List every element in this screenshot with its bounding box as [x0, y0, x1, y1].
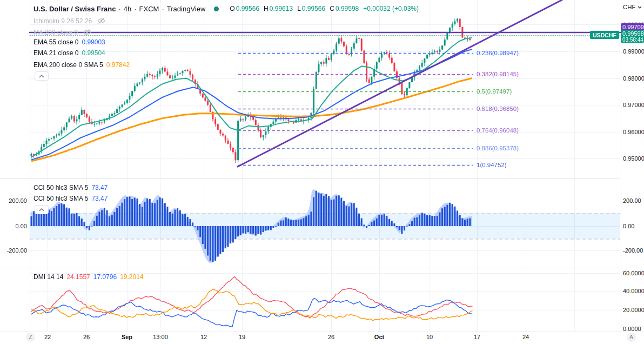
indicator-value: 73.47 [91, 195, 108, 202]
last-price-badge: 0.99598 03:58:44 [621, 30, 644, 43]
indicator-label: EMA 200 close 0 SMA 5 [33, 61, 103, 69]
legend-row-ichimoku[interactable]: Ichimoku 9 26 52 26 [33, 17, 105, 25]
indicator-value: 0.97842 [106, 61, 130, 69]
indicator-value: 0.99504 [82, 49, 105, 57]
dmi-minus-di-value: 19.2014 [120, 273, 143, 281]
ohlc-values: O0.99566 H0.99613 L0.99566 C0.99598 +0.0… [226, 5, 419, 12]
last-price-text: 0.99598 [622, 31, 644, 37]
dmi-adx-value: 24.1557 [66, 273, 90, 281]
change-value: +0.00032 (+0.03%) [363, 5, 419, 12]
market-status-dot-icon [214, 6, 219, 11]
symbol-price-label: USDCHF [590, 31, 619, 39]
indicator-label: CCI 50 hlc3 SMA 5 [33, 184, 88, 191]
legend-row-cci-1[interactable]: CCI 50 hlc3 SMA 5 73.47 [33, 184, 108, 191]
eye-hidden-icon[interactable] [97, 17, 105, 25]
interval-label[interactable]: 4h [124, 5, 131, 13]
legend-row-dmi[interactable]: DMI 14 14 24.1557 17.0796 19.2014 [33, 273, 144, 281]
adjust-button[interactable]: A [627, 333, 636, 342]
fib-level-label: 0.5(0.97497) [477, 88, 512, 95]
indicator-label: Ichimoku 9 26 52 26 [33, 17, 92, 25]
fib-level-label: 0.382(0.98145) [477, 71, 519, 77]
indicator-label: EMA 55 close 0 [33, 38, 78, 46]
chevron-down-icon [638, 6, 642, 9]
collapse-legend-button[interactable] [35, 71, 49, 81]
separator: · [118, 5, 120, 13]
countdown-timer: 03:58:44 [622, 37, 643, 43]
timezone-button[interactable]: Z [26, 333, 35, 342]
dmi-plus-di-value: 17.0796 [93, 273, 117, 281]
cci-axis-tick-right: 200.00 [623, 197, 641, 204]
open-label: O [230, 5, 234, 12]
cci-axis-tick-left: 0.00 [4, 223, 27, 229]
price-axis-tick: 0.96000 [623, 129, 644, 135]
close-value: 0.99598 [336, 5, 359, 12]
timezone-label: Z [29, 334, 32, 340]
dmi-axis-tick: 20.0000 [623, 307, 644, 313]
time-axis-tick: 24 [522, 334, 529, 340]
low-label: L [297, 5, 301, 12]
separator: · [134, 5, 136, 13]
legend-row-ma200[interactable]: MA 200 close 0 [33, 28, 91, 36]
close-label: C [330, 5, 334, 12]
chart-legend-header[interactable]: U.S. Dollar / Swiss Franc · 4h · FXCM · … [33, 3, 419, 14]
hline-price-text: 0.99709 [622, 24, 644, 30]
fib-level-label: 0.236(0.98947) [477, 50, 519, 56]
fib-level-label: 1(0.94752) [477, 162, 507, 168]
separator: · [162, 5, 164, 13]
low-value: 0.99566 [302, 5, 325, 12]
indicator-label: EMA 21 close 0 [33, 49, 78, 57]
hline-price-badge: 0.99709 [621, 23, 644, 31]
symbol-title[interactable]: U.S. Dollar / Swiss Franc [33, 5, 116, 13]
fib-level-label: 0.886(0.95378) [477, 145, 519, 151]
dmi-axis-tick: 40.0000 [623, 288, 644, 294]
time-axis-tick: 22 [44, 334, 51, 340]
eye-hidden-icon[interactable] [83, 28, 91, 36]
time-axis-tick: Sep [122, 334, 132, 340]
time-axis-tick: 26 [83, 334, 90, 340]
legend-row-cci-2[interactable]: CCI 50 hlc3 SMA 5 73.47 [33, 195, 108, 202]
legend-row-ema55[interactable]: EMA 55 close 0 0.99003 [33, 38, 105, 46]
high-value: 0.99613 [270, 5, 293, 12]
platform-label: TradingView [167, 5, 206, 13]
currency-label: CHF [623, 4, 636, 10]
time-axis-tick: Oct [374, 334, 384, 340]
tradingview-chart-window: U.S. Dollar / Swiss Franc · 4h · FXCM · … [0, 0, 644, 344]
legend-row-ema200[interactable]: EMA 200 close 0 SMA 5 0.97842 [33, 61, 130, 69]
cci-axis-tick-right: 0.00 [623, 223, 634, 229]
collapse-cci-button[interactable] [35, 205, 49, 214]
time-axis-tick: 13:00 [153, 334, 168, 340]
time-axis-tick: 19 [239, 334, 245, 340]
indicator-label: DMI 14 14 [33, 273, 63, 281]
price-axis-tick: 0.97000 [623, 102, 644, 108]
indicator-value: 73.47 [91, 184, 108, 191]
time-axis-tick: 26 [328, 334, 334, 340]
indicator-label: MA 200 close 0 [33, 29, 78, 36]
indicator-value: 0.99003 [82, 38, 105, 46]
legend-row-ema21[interactable]: EMA 21 close 0 0.99504 [33, 49, 105, 57]
high-label: H [264, 5, 269, 12]
symbol-badge-text: USDCHF [593, 32, 616, 38]
time-axis[interactable] [0, 332, 644, 344]
currency-selector[interactable]: CHF [623, 4, 642, 10]
time-axis-tick: 17 [474, 334, 480, 340]
indicator-label: CCI 50 hlc3 SMA 5 [33, 195, 88, 202]
exchange-label: FXCM [139, 5, 159, 13]
fib-level-label: 0.618(0.96850) [477, 105, 519, 112]
cci-axis-tick-right: -200.00 [623, 247, 643, 254]
price-axis-tick: 0.99000 [623, 48, 644, 55]
price-axis-tick: 0.98000 [623, 75, 644, 82]
time-axis-tick: 10 [426, 334, 433, 340]
open-value: 0.99566 [236, 5, 259, 12]
cci-axis-tick-left: 200.00 [4, 197, 27, 204]
cci-axis-tick-left: -200.00 [4, 247, 27, 254]
adjust-label: A [629, 334, 633, 340]
dmi-axis-tick: 60.0000 [623, 270, 644, 276]
fib-level-label: 0.764(0.96048) [477, 127, 519, 134]
time-axis-tick: 12 [200, 334, 207, 340]
price-axis-tick: 0.95000 [623, 155, 644, 162]
